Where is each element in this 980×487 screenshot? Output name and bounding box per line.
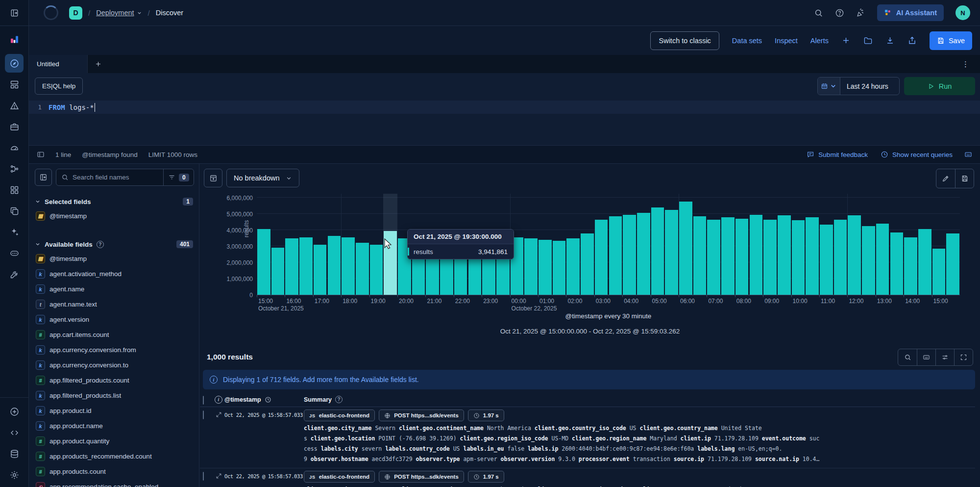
histogram-bar[interactable]: [792, 220, 805, 295]
select-all-checkbox[interactable]: [203, 396, 204, 405]
histogram-bar[interactable]: [890, 232, 904, 295]
field-item[interactable]: kapp.product.id: [35, 403, 193, 418]
histogram-bar[interactable]: [384, 231, 397, 295]
collapse-sidebar-button[interactable]: [35, 169, 52, 186]
field-item[interactable]: tagent.name.text: [35, 297, 193, 312]
field-item[interactable]: kagent.activation_method: [35, 266, 193, 282]
histogram-chart[interactable]: [257, 194, 960, 295]
histogram-bar[interactable]: [257, 229, 270, 295]
fullscreen-icon[interactable]: [954, 349, 973, 365]
nav-dev-tools[interactable]: [5, 265, 24, 283]
histogram-bar[interactable]: [693, 216, 707, 295]
tab-untitled[interactable]: Untitled: [29, 55, 88, 73]
histogram-bar[interactable]: [932, 249, 946, 295]
whats-new-icon[interactable]: [856, 8, 865, 18]
nav-slos[interactable]: [5, 138, 24, 157]
table-row[interactable]: Oct 22, 2025 @ 15:58:57.033JSelastic-co-…: [200, 407, 975, 468]
available-fields-info-icon[interactable]: ?: [97, 241, 104, 248]
help-icon[interactable]: [835, 8, 844, 18]
histogram-bar[interactable]: [328, 236, 341, 295]
histogram-bar[interactable]: [707, 220, 720, 295]
histogram-bar[interactable]: [299, 237, 313, 295]
field-item[interactable]: ▦@timestamp: [35, 251, 193, 266]
histogram-bar[interactable]: [679, 202, 692, 295]
field-item[interactable]: ⦸app.recommendation.cache_enabled: [35, 479, 193, 487]
field-item[interactable]: kagent.version: [35, 312, 193, 327]
histogram-bar[interactable]: [581, 233, 594, 295]
user-avatar[interactable]: N: [956, 5, 970, 20]
clock-badge[interactable]: 1.97 s: [468, 471, 504, 483]
histogram-bar[interactable]: [946, 233, 959, 295]
clock-badge[interactable]: 1.97 s: [468, 410, 504, 421]
available-fields-header[interactable]: Available fields ? 401: [35, 240, 193, 248]
show-recent-queries-link[interactable]: Show recent queries: [881, 151, 953, 158]
fields-info-banner[interactable]: i Displaying 1 of 712 fields. Add more f…: [203, 370, 975, 389]
row-checkbox[interactable]: [203, 472, 204, 481]
save-visualization-button[interactable]: [955, 169, 974, 188]
nav-menu-toggle-icon[interactable]: [10, 8, 19, 18]
field-item[interactable]: #app.products_recommended.count: [35, 449, 193, 464]
field-item[interactable]: #app.cart.items.count: [35, 327, 193, 342]
field-item[interactable]: #app.products.count: [35, 464, 193, 479]
nav-content[interactable]: [5, 202, 24, 220]
histogram-bar[interactable]: [862, 226, 875, 295]
histogram-bar[interactable]: [285, 238, 298, 295]
histogram-bar[interactable]: [904, 237, 917, 295]
field-item[interactable]: #app.product.quantity: [35, 434, 193, 449]
nav-ai[interactable]: [5, 223, 24, 241]
breadcrumb-deployment[interactable]: Deployment: [96, 9, 142, 17]
field-item[interactable]: kapp.currency.conversion.to: [35, 358, 193, 373]
expand-row-icon[interactable]: [213, 471, 224, 479]
keyboard-icon[interactable]: [964, 151, 972, 158]
nav-settings[interactable]: [5, 465, 24, 484]
nav-apps[interactable]: [5, 180, 24, 199]
folder-icon[interactable]: [863, 36, 873, 45]
display-options-icon[interactable]: [935, 349, 954, 365]
space-badge[interactable]: D: [69, 6, 82, 20]
export-icon[interactable]: [907, 36, 917, 45]
query-line[interactable]: 1 FROM logs-*: [29, 101, 980, 114]
plus-icon[interactable]: [841, 36, 851, 45]
histogram-bar[interactable]: [609, 216, 622, 295]
histogram-bar[interactable]: [778, 215, 791, 295]
field-item[interactable]: kapp.product.name: [35, 418, 193, 434]
submit-feedback-link[interactable]: Submit feedback: [807, 151, 868, 158]
globe-badge[interactable]: POST https...sdk/events: [379, 471, 464, 483]
js-badge[interactable]: JSelastic-co-frontend: [304, 471, 375, 483]
field-item[interactable]: ▦@timestamp: [35, 208, 193, 224]
histogram-bar[interactable]: [834, 220, 847, 295]
histogram-bar[interactable]: [637, 213, 650, 295]
histogram-bar[interactable]: [356, 243, 369, 295]
histogram-bar[interactable]: [735, 219, 749, 295]
histogram-bar[interactable]: [271, 248, 285, 295]
selected-fields-header[interactable]: Selected fields 1: [35, 198, 193, 205]
time-range-picker[interactable]: Last 24 hours: [817, 77, 900, 95]
histogram-bar[interactable]: [750, 215, 763, 295]
field-item[interactable]: #app.filtered_products.count: [35, 373, 193, 388]
field-item[interactable]: kagent.name: [35, 282, 193, 297]
keyboard-icon[interactable]: [917, 349, 935, 365]
search-icon[interactable]: [814, 8, 823, 18]
histogram-bar[interactable]: [876, 224, 889, 295]
edit-visualization-button[interactable]: [936, 169, 955, 188]
download-icon[interactable]: [885, 36, 895, 45]
histogram-bar[interactable]: [524, 238, 538, 295]
nav-add[interactable]: [5, 402, 24, 421]
table-row[interactable]: Oct 22, 2025 @ 15:58:57.033JSelastic-co-…: [200, 468, 975, 487]
add-tab-button[interactable]: [88, 55, 108, 73]
field-item[interactable]: kapp.filtered_products.list: [35, 388, 193, 403]
breakdown-select[interactable]: No breakdown: [226, 169, 299, 187]
nav-cases[interactable]: [5, 117, 24, 136]
field-search-input[interactable]: [73, 174, 159, 181]
histogram-bar[interactable]: [623, 215, 636, 295]
histogram-bar[interactable]: [314, 245, 327, 295]
nav-analytics-logo[interactable]: [5, 30, 24, 49]
nav-code[interactable]: [5, 423, 24, 442]
histogram-bar[interactable]: [820, 225, 833, 295]
nav-machine-learning[interactable]: [5, 244, 24, 262]
data-sets-link[interactable]: Data sets: [732, 37, 762, 45]
nav-workflows[interactable]: [5, 159, 24, 178]
globe-badge[interactable]: POST https...sdk/events: [379, 410, 464, 421]
run-query-button[interactable]: Run: [904, 77, 975, 95]
field-filter-button[interactable]: 0: [163, 169, 194, 185]
